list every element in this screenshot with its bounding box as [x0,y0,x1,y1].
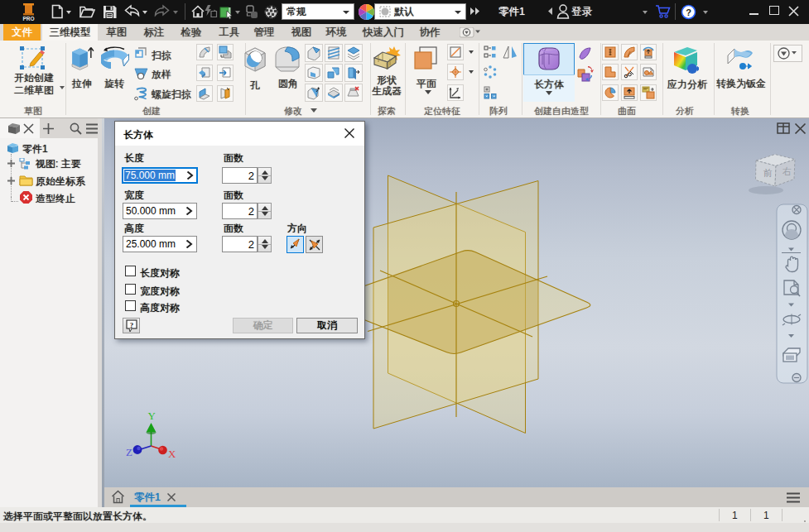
svg-text:?: ? [130,321,134,329]
svg-text:Z: Z [126,446,132,458]
svg-text:PRO: PRO [22,16,34,22]
svg-text:X: X [168,448,176,460]
svg-text:前: 前 [763,168,773,178]
svg-text:Y: Y [148,410,157,422]
svg-text:右: 右 [783,166,792,176]
svg-text:?: ? [686,7,691,17]
